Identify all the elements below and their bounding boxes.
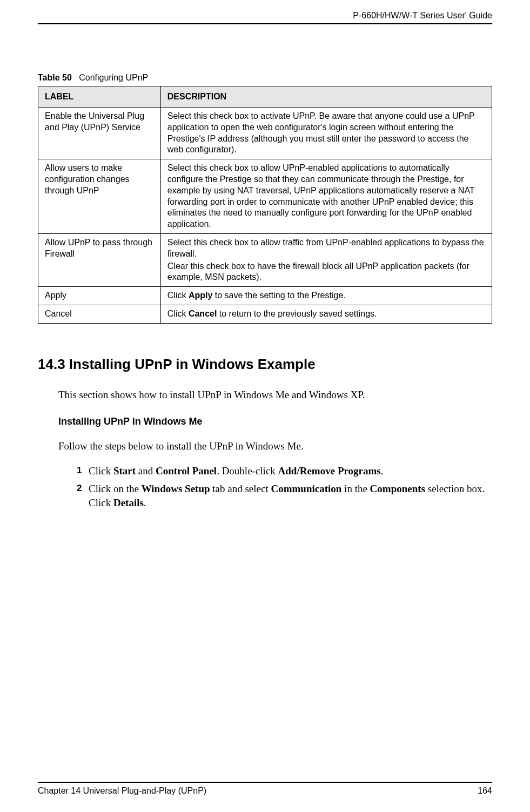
table-header-description: DESCRIPTION bbox=[160, 86, 492, 108]
footer-page-number: 164 bbox=[478, 786, 492, 796]
list-item: 1 Click Start and Control Panel. Double-… bbox=[79, 464, 492, 478]
table-cell-label: Apply bbox=[38, 287, 161, 305]
page-content: Table 50 Configuring UPnP LABEL DESCRIPT… bbox=[38, 24, 492, 782]
table-row: Allow UPnP to pass through Firewall Sele… bbox=[38, 233, 492, 286]
table-cell-description: Select this check box to allow UPnP-enab… bbox=[160, 159, 492, 234]
step-text: Click on the Windows Setup tab and selec… bbox=[89, 483, 485, 508]
table-cell-label: Allow users to make configuration change… bbox=[38, 159, 161, 234]
table-cell-description-p1: Select this check box to allow traffic f… bbox=[167, 237, 485, 260]
table-cell-label: Allow UPnP to pass through Firewall bbox=[38, 233, 161, 286]
step-text: Click Start and Control Panel. Double-cl… bbox=[89, 465, 383, 477]
table-row: Cancel Click Cancel to return to the pre… bbox=[38, 305, 492, 323]
table-caption-text: Configuring UPnP bbox=[79, 73, 148, 82]
table-row: Enable the Universal Plug and Play (UPnP… bbox=[38, 108, 492, 159]
config-table: LABEL DESCRIPTION Enable the Universal P… bbox=[38, 86, 492, 324]
page-footer: Chapter 14 Universal Plug-and-Play (UPnP… bbox=[38, 782, 492, 796]
section-intro: This section shows how to install UPnP i… bbox=[58, 389, 492, 401]
steps-list: 1 Click Start and Control Panel. Double-… bbox=[79, 464, 492, 510]
step-number: 1 bbox=[77, 465, 82, 477]
footer-chapter: Chapter 14 Universal Plug-and-Play (UPnP… bbox=[38, 786, 206, 796]
step-number: 2 bbox=[77, 482, 82, 495]
table-number: Table 50 bbox=[38, 73, 72, 82]
table-cell-label: Cancel bbox=[38, 305, 161, 323]
table-cell-label: Enable the Universal Plug and Play (UPnP… bbox=[38, 108, 161, 159]
table-cell-description: Select this check box to activate UPnP. … bbox=[160, 108, 492, 159]
section-heading: 14.3 Installing UPnP in Windows Example bbox=[38, 356, 492, 373]
table-header-label: LABEL bbox=[38, 86, 161, 108]
subsection-intro: Follow the steps below to install the UP… bbox=[58, 440, 492, 452]
table-caption: Table 50 Configuring UPnP bbox=[38, 73, 492, 83]
table-row: Apply Click Apply to save the setting to… bbox=[38, 287, 492, 305]
table-cell-description: Click Apply to save the setting to the P… bbox=[160, 287, 492, 305]
table-cell-description-p2: Clear this check box to have the firewal… bbox=[167, 261, 485, 284]
subsection-heading: Installing UPnP in Windows Me bbox=[58, 416, 492, 427]
guide-title: P-660H/HW/W-T Series User' Guide bbox=[38, 11, 492, 21]
table-cell-description: Select this check box to allow traffic f… bbox=[160, 233, 492, 286]
list-item: 2 Click on the Windows Setup tab and sel… bbox=[79, 482, 492, 509]
page-header: P-660H/HW/W-T Series User' Guide bbox=[38, 11, 492, 24]
table-row: Allow users to make configuration change… bbox=[38, 159, 492, 234]
table-cell-description: Click Cancel to return to the previously… bbox=[160, 305, 492, 323]
